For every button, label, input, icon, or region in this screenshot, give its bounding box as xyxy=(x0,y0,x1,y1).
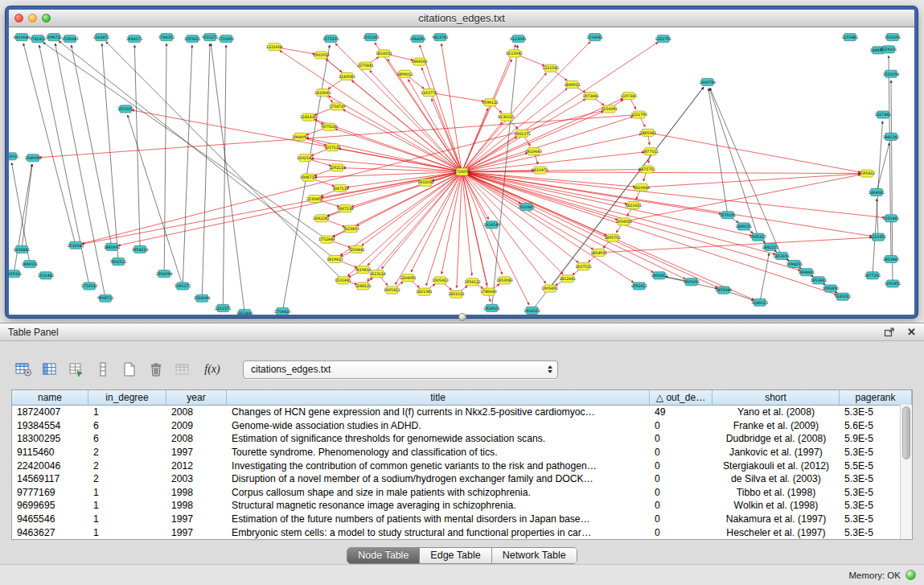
table-row[interactable]: 969969511998Structural magnetic resonanc… xyxy=(12,499,912,513)
network-node[interactable]: 1531441 xyxy=(335,277,351,284)
network-node[interactable]: 7485083 xyxy=(639,129,656,136)
network-node[interactable]: 4257125 xyxy=(324,144,341,151)
tab-edge-table[interactable]: Edge Table xyxy=(420,548,491,563)
network-node[interactable]: 2049091 xyxy=(25,154,42,162)
network-node[interactable]: 1595812 xyxy=(859,170,876,177)
table-options-icon[interactable] xyxy=(13,359,34,380)
network-node[interactable]: 8130211 xyxy=(498,113,515,121)
table-row[interactable]: 1830029562008Estimation of significance … xyxy=(12,432,912,446)
network-node[interactable]: 1964093 xyxy=(292,133,309,140)
network-node[interactable]: 1905493 xyxy=(684,278,700,286)
network-node[interactable]: 1724059 xyxy=(454,168,470,175)
network-node[interactable]: 1784351 xyxy=(158,34,175,41)
scrollbar-thumb[interactable] xyxy=(902,406,910,459)
network-node[interactable]: 1860491 xyxy=(104,243,121,250)
network-node[interactable]: 1899011 xyxy=(396,70,413,77)
panel-splitter[interactable] xyxy=(0,311,924,323)
network-node[interactable]: 9533271 xyxy=(202,34,219,41)
network-node[interactable]: 1869151 xyxy=(736,223,753,230)
tab-network-table[interactable]: Network Table xyxy=(492,548,577,563)
network-node[interactable]: 1518094 xyxy=(194,295,211,302)
network-node[interactable]: 8113042 xyxy=(506,50,523,57)
table-row[interactable]: 1456911722003Disruption of a novel membe… xyxy=(12,472,912,486)
network-node[interactable]: 1906713 xyxy=(300,174,317,181)
network-node[interactable]: 1664191 xyxy=(411,58,428,65)
network-node[interactable]: 1155481 xyxy=(842,34,859,41)
network-node[interactable]: 1905412 xyxy=(384,286,400,294)
network-node[interactable]: 1619413 xyxy=(326,255,343,262)
network-node[interactable]: 1853442 xyxy=(811,277,827,284)
table-row[interactable]: 1872400712008Changes of HCN gene express… xyxy=(12,406,912,419)
network-node[interactable]: 1849011 xyxy=(564,80,581,88)
network-node[interactable]: 1152441 xyxy=(883,215,900,222)
network-node[interactable]: 1854931 xyxy=(590,249,607,256)
column-header-title[interactable]: title xyxy=(227,390,650,405)
network-node[interactable]: 1533191 xyxy=(885,34,901,41)
network-node[interactable]: 1161871 xyxy=(93,34,110,41)
network-node[interactable]: 1841211 xyxy=(762,243,779,250)
network-node[interactable]: 1248121 xyxy=(355,282,372,290)
network-node[interactable]: 1821341 xyxy=(416,288,433,295)
network-node[interactable]: 9613741 xyxy=(432,34,449,41)
delete-table-icon[interactable] xyxy=(146,359,166,380)
network-node[interactable]: 1853083 xyxy=(496,277,513,284)
select-columns-icon[interactable] xyxy=(66,359,87,380)
row-height-icon[interactable] xyxy=(92,359,113,380)
network-node[interactable]: 1154081 xyxy=(586,34,603,41)
network-node[interactable]: 1221791 xyxy=(655,35,671,43)
column-header-out_degree[interactable]: △ out_de… xyxy=(650,390,713,405)
network-node[interactable]: 8113041 xyxy=(510,35,527,43)
show-columns-icon[interactable] xyxy=(39,359,60,380)
network-node[interactable]: 1864441 xyxy=(799,269,815,276)
network-node[interactable]: 1901913 xyxy=(313,51,330,59)
network-node[interactable]: 2292113 xyxy=(329,164,346,171)
network-node[interactable]: 1664091 xyxy=(409,35,426,43)
network-node[interactable]: 1055621 xyxy=(184,35,201,43)
network-node[interactable]: 1677201 xyxy=(864,272,881,279)
network-node[interactable]: 1875751 xyxy=(639,166,655,173)
network-node[interactable]: 1750542 xyxy=(81,282,98,290)
network-node[interactable]: 2054094 xyxy=(156,270,173,278)
network-node[interactable]: 8413644 xyxy=(14,34,31,41)
network-node[interactable]: 1610471 xyxy=(532,167,548,174)
table-row[interactable]: 911546021997Tourette syndrome. Phenomeno… xyxy=(12,446,912,459)
network-node[interactable]: 1877511 xyxy=(642,148,659,155)
network-node[interactable]: 2204091 xyxy=(400,274,417,282)
tab-node-table[interactable]: Node Table xyxy=(347,548,420,563)
network-node[interactable]: 9908711 xyxy=(97,295,114,302)
network-node[interactable]: 2510081 xyxy=(68,241,84,249)
network-node[interactable]: 1841342 xyxy=(883,133,900,140)
network-node[interactable]: 1530043 xyxy=(62,35,79,43)
network-node[interactable]: 2275441 xyxy=(357,62,374,69)
network-node[interactable]: 1610643 xyxy=(525,148,542,155)
network-node[interactable]: 5901511 xyxy=(110,258,127,266)
network-node[interactable]: 1561371 xyxy=(514,130,531,137)
column-header-in_degree[interactable]: in_degree xyxy=(88,390,166,405)
close-button[interactable] xyxy=(14,14,23,23)
network-node[interactable]: 9245013 xyxy=(752,299,769,306)
table-row[interactable]: 2242004622012Investigating the contribut… xyxy=(12,459,912,472)
network-node[interactable]: 1464081 xyxy=(869,188,885,196)
network-node[interactable]: 1853191 xyxy=(774,252,791,259)
network-node[interactable]: 1866551 xyxy=(22,261,39,268)
network-node[interactable]: 1091272 xyxy=(175,282,191,290)
network-node[interactable]: 1812441 xyxy=(559,275,576,282)
network-node[interactable]: 1831021 xyxy=(448,290,465,298)
network-node[interactable]: 1754719 xyxy=(329,103,346,110)
network-node[interactable]: 2181426 xyxy=(300,113,317,121)
network-node[interactable]: 1163771 xyxy=(421,89,437,97)
network-node[interactable]: 9375216 xyxy=(321,123,338,130)
import-table-icon[interactable] xyxy=(172,359,193,380)
network-node[interactable]: 9245012 xyxy=(835,293,852,300)
network-node[interactable]: 1092412 xyxy=(630,282,647,290)
network-node[interactable]: 1642281 xyxy=(313,215,330,222)
table-row[interactable]: 946554611997Estimation of the future num… xyxy=(12,513,912,526)
network-node[interactable]: 9742411 xyxy=(30,35,47,43)
float-panel-icon[interactable] xyxy=(883,326,896,339)
function-builder-button[interactable]: f(x) xyxy=(199,360,226,379)
column-header-pagerank[interactable]: pagerank xyxy=(840,390,912,405)
splitter-grip-icon[interactable] xyxy=(458,313,466,321)
network-node[interactable]: 1954218 xyxy=(132,245,149,253)
network-node[interactable]: 1436881 xyxy=(14,245,31,253)
network-node[interactable]: 1973441 xyxy=(582,93,599,100)
